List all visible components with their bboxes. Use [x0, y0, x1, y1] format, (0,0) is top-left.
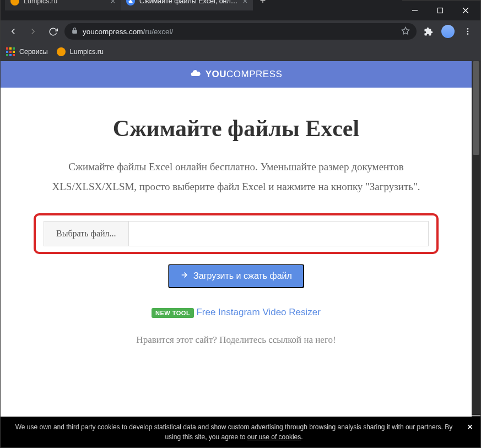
tab-title: Lumpics.ru: [24, 0, 106, 5]
new-tab-button[interactable]: +: [255, 0, 271, 8]
menu-icon[interactable]: [460, 23, 476, 40]
extensions-icon[interactable]: [420, 23, 436, 40]
bookmark-label: Lumpics.ru: [70, 48, 104, 56]
tab-title: Сжимайте файлы Excel, онлайн: [139, 0, 239, 5]
close-tab-icon[interactable]: ×: [243, 0, 247, 6]
favicon-icon: [126, 0, 135, 6]
reload-button[interactable]: [45, 23, 61, 40]
new-tool-badge: NEW TOOL: [152, 308, 194, 318]
maximize-button[interactable]: [428, 2, 453, 19]
arrow-right-icon: [180, 271, 189, 282]
browser-window: Lumpics.ru × Сжимайте файлы Excel, онлай…: [0, 0, 481, 448]
site-header: YOUCOMPRESS: [1, 61, 472, 88]
window-controls: [402, 2, 478, 19]
apps-grid-icon: [6, 47, 15, 56]
apps-shortcut[interactable]: Сервисы: [6, 47, 48, 56]
share-text: Нравится этот сайт? Поделитесь ссылкой н…: [34, 334, 439, 346]
toolbar: youcompress.com/ru/excel/: [1, 20, 480, 42]
choose-file-button[interactable]: Выбрать файл...: [44, 222, 129, 246]
cookie-text: We use own and third party cookies to de…: [15, 423, 453, 441]
close-tab-icon[interactable]: ×: [111, 0, 115, 6]
address-bar[interactable]: youcompress.com/ru/excel/: [64, 23, 417, 40]
cloud-icon: [190, 68, 201, 82]
page-body: Сжимайте файлы Excel Сжимайте файлы Exce…: [1, 88, 472, 346]
back-button[interactable]: [5, 23, 21, 40]
profile-avatar[interactable]: [440, 23, 456, 40]
lock-icon: [71, 27, 78, 36]
minimize-button[interactable]: [402, 2, 428, 19]
svg-point-5: [467, 28, 469, 30]
bookmarks-bar: Сервисы Lumpics.ru: [1, 42, 480, 61]
bookmark-item[interactable]: Lumpics.ru: [57, 47, 104, 56]
apps-label: Сервисы: [19, 48, 48, 56]
forward-button[interactable]: [25, 23, 41, 40]
scrollbar-thumb[interactable]: [473, 61, 479, 155]
titlebar: Lumpics.ru × Сжимайте файлы Excel, онлай…: [1, 1, 480, 20]
viewport: YOUCOMPRESS Сжимайте файлы Excel Сжимайт…: [1, 61, 480, 447]
highlight-annotation: Выбрать файл...: [34, 213, 439, 254]
page-description: Сжимайте файлы Excel онлайн бесплатно. У…: [34, 157, 439, 197]
svg-rect-1: [438, 8, 443, 13]
star-icon[interactable]: [401, 26, 410, 37]
new-tool-row: NEW TOOL Free Instagram Video Resizer: [34, 307, 439, 318]
cookie-close-icon[interactable]: ✕: [467, 422, 473, 432]
url-text: youcompress.com/ru/excel/: [83, 28, 397, 36]
tab-active[interactable]: Сжимайте файлы Excel, онлайн ×: [121, 0, 253, 10]
close-window-button[interactable]: [453, 2, 478, 19]
cookie-link[interactable]: our use of cookies: [247, 433, 301, 441]
page-content: YOUCOMPRESS Сжимайте файлы Excel Сжимайт…: [1, 61, 472, 447]
tab-strip: Lumpics.ru × Сжимайте файлы Excel, онлай…: [1, 0, 402, 10]
page-title: Сжимайте файлы Excel: [34, 115, 439, 142]
svg-marker-4: [402, 27, 409, 34]
brand-text: YOUCOMPRESS: [206, 69, 283, 80]
new-tool-link[interactable]: Free Instagram Video Resizer: [196, 307, 321, 317]
tab-inactive[interactable]: Lumpics.ru ×: [5, 0, 121, 10]
upload-button-label: Загрузить и сжать файл: [193, 271, 292, 281]
file-path-field[interactable]: [129, 222, 428, 246]
upload-row: Загрузить и сжать файл: [34, 264, 439, 288]
scrollbar-track[interactable]: [472, 61, 480, 447]
favicon-icon: [10, 0, 19, 6]
upload-button[interactable]: Загрузить и сжать файл: [168, 264, 304, 288]
favicon-icon: [57, 47, 66, 56]
cookie-banner: We use own and third party cookies to de…: [1, 417, 480, 447]
svg-point-7: [467, 33, 469, 35]
file-input-row: Выбрать файл...: [44, 221, 429, 246]
svg-point-6: [467, 31, 469, 33]
